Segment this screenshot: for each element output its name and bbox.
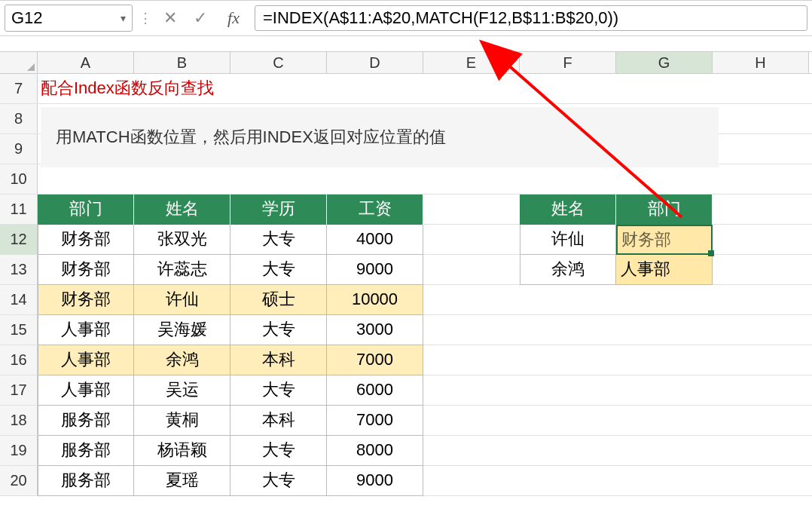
- row-header[interactable]: 9: [0, 134, 38, 164]
- table-cell[interactable]: 大专: [230, 225, 327, 255]
- table-cell[interactable]: 服务部: [38, 436, 134, 466]
- name-box[interactable]: G12 ▾: [5, 5, 133, 32]
- cell[interactable]: [520, 406, 616, 436]
- table-cell[interactable]: 6000: [327, 375, 423, 406]
- formula-input[interactable]: =INDEX(A$11:A$20,MATCH(F12,B$11:B$20,0)): [255, 5, 807, 31]
- table-cell[interactable]: 本科: [230, 345, 327, 375]
- table-cell[interactable]: 7000: [327, 406, 423, 436]
- col-header-F[interactable]: F: [520, 52, 616, 73]
- row-header[interactable]: 19: [0, 436, 38, 465]
- table1-header-edu[interactable]: 学历: [230, 195, 327, 225]
- table2-header-name[interactable]: 姓名: [520, 195, 616, 225]
- col-header-E[interactable]: E: [423, 52, 520, 73]
- result-cell-G13[interactable]: 人事部: [616, 255, 713, 285]
- row-header[interactable]: 13: [0, 255, 38, 284]
- table-cell[interactable]: 大专: [230, 255, 327, 285]
- cell[interactable]: [520, 375, 616, 406]
- cell[interactable]: [423, 345, 520, 375]
- table-cell[interactable]: 3000: [327, 315, 423, 345]
- table-cell[interactable]: 4000: [327, 225, 423, 255]
- table-cell[interactable]: 本科: [230, 406, 327, 436]
- table1-header-dept[interactable]: 部门: [38, 195, 134, 225]
- cell[interactable]: [423, 74, 520, 104]
- table-cell[interactable]: 10000: [327, 285, 423, 315]
- row-header[interactable]: 16: [0, 345, 38, 375]
- cell[interactable]: [520, 345, 616, 375]
- cell[interactable]: [423, 225, 520, 255]
- row-header[interactable]: 17: [0, 375, 38, 405]
- col-header-H[interactable]: H: [713, 52, 809, 73]
- table-cell[interactable]: 大专: [230, 466, 327, 496]
- table-cell[interactable]: 人事部: [38, 345, 134, 375]
- cell[interactable]: [616, 285, 713, 315]
- cell[interactable]: [520, 285, 616, 315]
- cell[interactable]: [616, 375, 713, 406]
- cell[interactable]: [713, 74, 809, 104]
- table-cell[interactable]: 财务部: [38, 225, 134, 255]
- cell[interactable]: [520, 315, 616, 345]
- cell[interactable]: [423, 466, 520, 496]
- fx-button[interactable]: fx: [218, 8, 249, 28]
- table-cell[interactable]: 吴运: [134, 375, 230, 406]
- row-header[interactable]: 18: [0, 406, 38, 435]
- cell[interactable]: [423, 255, 520, 285]
- table1-header-salary[interactable]: 工资: [327, 195, 423, 225]
- cell[interactable]: [616, 466, 713, 496]
- cell[interactable]: [616, 436, 713, 466]
- table-cell[interactable]: 夏瑶: [134, 466, 230, 496]
- row-header[interactable]: 14: [0, 285, 38, 314]
- row-header[interactable]: 11: [0, 195, 38, 224]
- cell[interactable]: [423, 285, 520, 315]
- cell[interactable]: [616, 345, 713, 375]
- cell[interactable]: [423, 406, 520, 436]
- table-cell[interactable]: 9000: [327, 466, 423, 496]
- cell[interactable]: [423, 375, 520, 406]
- table-cell[interactable]: 人事部: [38, 375, 134, 406]
- table-cell[interactable]: 黄桐: [134, 406, 230, 436]
- row-header[interactable]: 10: [0, 164, 38, 194]
- table-cell[interactable]: 7000: [327, 345, 423, 375]
- title-cell[interactable]: 配合Index函数反向查找: [38, 74, 423, 104]
- table-cell[interactable]: 吴海媛: [134, 315, 230, 345]
- cell[interactable]: [520, 466, 616, 496]
- table-cell[interactable]: 许蕊志: [134, 255, 230, 285]
- col-header-D[interactable]: D: [327, 52, 423, 73]
- table-cell[interactable]: 硕士: [230, 285, 327, 315]
- table-cell[interactable]: 人事部: [38, 315, 134, 345]
- row-header[interactable]: 7: [0, 74, 38, 103]
- enter-formula-button[interactable]: ✓: [188, 6, 212, 30]
- table-cell[interactable]: 大专: [230, 375, 327, 406]
- row-header[interactable]: 12: [0, 225, 38, 254]
- cell[interactable]: [423, 315, 520, 345]
- note-merged-cell[interactable]: 用MATCH函数位置，然后用INDEX返回对应位置的值: [41, 107, 719, 167]
- table-cell[interactable]: 张双光: [134, 225, 230, 255]
- table-cell[interactable]: 余鸿: [134, 345, 230, 375]
- cell[interactable]: [616, 74, 713, 104]
- table-cell[interactable]: 财务部: [38, 255, 134, 285]
- row-header[interactable]: 20: [0, 466, 38, 495]
- cell[interactable]: [423, 436, 520, 466]
- cell[interactable]: [423, 195, 520, 225]
- col-header-G[interactable]: G: [616, 52, 713, 73]
- table1-header-name[interactable]: 姓名: [134, 195, 230, 225]
- table-cell[interactable]: 许仙: [134, 285, 230, 315]
- table-cell[interactable]: 服务部: [38, 406, 134, 436]
- table-cell[interactable]: 杨语颖: [134, 436, 230, 466]
- lookup-name[interactable]: 许仙: [520, 225, 616, 255]
- row-header[interactable]: 8: [0, 104, 38, 133]
- col-header-A[interactable]: A: [38, 52, 134, 73]
- table-cell[interactable]: 大专: [230, 436, 327, 466]
- table-cell[interactable]: 财务部: [38, 285, 134, 315]
- cell[interactable]: [616, 315, 713, 345]
- cancel-formula-button[interactable]: ✕: [158, 6, 182, 30]
- table-cell[interactable]: 9000: [327, 255, 423, 285]
- cell[interactable]: [520, 436, 616, 466]
- table-cell[interactable]: 大专: [230, 315, 327, 345]
- cell[interactable]: [38, 164, 809, 195]
- result-cell-G12[interactable]: 财务部: [616, 225, 713, 255]
- table-cell[interactable]: 服务部: [38, 466, 134, 496]
- col-header-C[interactable]: C: [230, 52, 327, 73]
- table-cell[interactable]: 8000: [327, 436, 423, 466]
- table2-header-dept[interactable]: 部门: [616, 195, 713, 225]
- cell[interactable]: [520, 74, 616, 104]
